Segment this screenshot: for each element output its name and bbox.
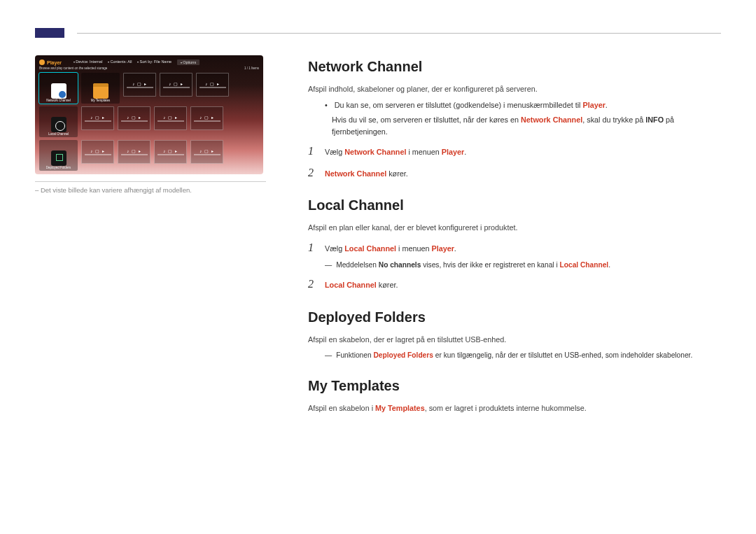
network-icon xyxy=(51,83,66,99)
step-2: 2 Local Channel kører. xyxy=(308,275,721,293)
player-item-count: 1 / 1 Items xyxy=(244,66,259,70)
tile-generic: ♪ ▢ ▸ xyxy=(190,140,223,164)
bullet-item: • Du kan se, om serveren er tilsluttet (… xyxy=(325,99,721,111)
tile-network-channel: Network Channel xyxy=(39,73,78,104)
heading: My Templates xyxy=(308,374,721,397)
tile-generic: ♪ ▢ ▸ xyxy=(196,73,229,97)
text: , skal du trykke på xyxy=(582,115,645,124)
highlight: Player xyxy=(442,148,464,156)
dash-icon: ― xyxy=(325,350,332,361)
folder-icon xyxy=(93,83,108,99)
deploy-icon xyxy=(51,150,66,166)
top-rule xyxy=(77,33,721,34)
step-1: 1 Vælg Local Channel i menuen Player. xyxy=(308,239,721,257)
highlight: Player xyxy=(431,244,454,253)
highlight: Local Channel xyxy=(560,261,609,269)
tile-label: Deployed Folders xyxy=(46,166,71,169)
tile-local-channel: Local Channel xyxy=(39,106,78,137)
step-number: 1 xyxy=(308,142,325,160)
accent-block xyxy=(35,28,64,38)
tile-generic: ♪ ▢ ▸ xyxy=(154,106,187,130)
heading: Network Channel xyxy=(308,55,721,78)
key-label: INFO xyxy=(645,115,664,124)
text: , som er lagret i produktets interne huk… xyxy=(425,404,587,412)
section-deployed-folders: Deployed Folders Afspil en skabelon, der… xyxy=(308,306,721,362)
text: Funktionen xyxy=(336,351,373,359)
tile-generic: ♪ ▢ ▸ xyxy=(154,140,187,164)
section-local-channel: Local Channel Afspil en plan eller kanal… xyxy=(308,194,721,293)
menu-device: Device: Internal xyxy=(74,59,102,65)
main-content: Network Channel Afspil indhold, skabelon… xyxy=(308,55,721,419)
text: kører. xyxy=(386,169,408,178)
text: Hvis du vil se, om serveren er tilslutte… xyxy=(332,115,521,124)
text: Du kan se, om serveren er tilsluttet (go… xyxy=(335,101,583,109)
image-caption: Det viste billede kan variere afhængigt … xyxy=(35,182,266,194)
tile-generic: ♪ ▢ ▸ xyxy=(81,106,114,130)
highlight: Player xyxy=(582,101,605,109)
text: . xyxy=(608,261,610,269)
step-number: 2 xyxy=(308,164,325,182)
step-number: 2 xyxy=(308,275,325,293)
tile-deployed-folders: Deployed Folders xyxy=(39,140,78,171)
text: . xyxy=(464,148,466,156)
section-network-channel: Network Channel Afspil indhold, skabelon… xyxy=(308,55,721,181)
step-2: 2 Network Channel kører. xyxy=(308,164,721,182)
tile-generic: ♪ ▢ ▸ xyxy=(190,106,223,130)
highlight: My Templates xyxy=(375,404,425,412)
heading: Deployed Folders xyxy=(308,306,721,328)
tile-label: Local Channel xyxy=(48,132,69,136)
section-my-templates: My Templates Afspil en skabelon i My Tem… xyxy=(308,374,721,414)
text: Meddelelsen xyxy=(336,261,379,269)
text: kører. xyxy=(377,281,398,289)
player-subtitle: Browse and play content on the selected … xyxy=(39,66,107,70)
note: ― Meddelelsen No channels vises, hvis de… xyxy=(325,260,721,271)
text: . xyxy=(606,101,608,109)
text: er kun tilgængelig, når der er tilslutte… xyxy=(433,351,692,359)
section-desc: Afspil en skabelon, der er lagret på en … xyxy=(308,334,721,346)
highlight: Network Channel xyxy=(344,148,406,156)
highlight: Deployed Folders xyxy=(373,351,433,359)
step-number: 1 xyxy=(308,239,325,257)
text: Vælg xyxy=(325,148,344,156)
bullet-dot-icon: • xyxy=(325,99,328,111)
highlight: Network Channel xyxy=(325,169,386,178)
heading: Local Channel xyxy=(308,194,721,216)
text: Vælg xyxy=(325,244,344,253)
player-menu: Device: Internal Contents: All Sort by: … xyxy=(74,59,200,65)
section-desc: Afspil indhold, skabeloner og planer, de… xyxy=(308,83,721,95)
highlight: Network Channel xyxy=(521,115,582,124)
text: i menuen xyxy=(406,148,441,156)
section-desc: Afspil en skabelon i My Templates, som e… xyxy=(308,402,721,414)
page-layout: Player Device: Internal Contents: All So… xyxy=(35,55,721,419)
menu-contents: Contents: All xyxy=(108,59,132,65)
tile-label: My Templates xyxy=(91,99,111,102)
bullet-continuation: Hvis du vil se, om serveren er tilslutte… xyxy=(332,114,721,139)
text: . xyxy=(454,244,456,253)
top-bar xyxy=(35,28,721,38)
text: vises, hvis der ikke er registreret en k… xyxy=(421,261,559,269)
tile-generic: ♪ ▢ ▸ xyxy=(123,73,156,97)
player-screenshot: Player Device: Internal Contents: All So… xyxy=(35,55,263,174)
tile-generic: ♪ ▢ ▸ xyxy=(160,73,192,97)
tile-generic: ♪ ▢ ▸ xyxy=(118,140,150,164)
text: i menuen xyxy=(396,244,431,253)
highlight: Local Channel xyxy=(325,281,377,289)
clock-icon xyxy=(51,117,66,132)
player-title: Player xyxy=(47,60,62,65)
menu-options: Options xyxy=(177,59,200,65)
dash-icon: ― xyxy=(325,260,332,271)
player-logo-icon xyxy=(39,59,45,65)
tile-my-templates: My Templates xyxy=(81,73,120,104)
note: ― Funktionen Deployed Folders er kun til… xyxy=(325,350,721,361)
tile-generic: ♪ ▢ ▸ xyxy=(81,140,114,164)
key-label: No channels xyxy=(379,261,421,269)
menu-sort: Sort by: File Name xyxy=(137,59,172,65)
section-desc: Afspil en plan eller kanal, der er bleve… xyxy=(308,222,721,234)
step-1: 1 Vælg Network Channel i menuen Player. xyxy=(308,142,721,160)
text: Afspil en skabelon i xyxy=(308,404,375,412)
sidebar: Player Device: Internal Contents: All So… xyxy=(35,55,266,419)
tile-generic: ♪ ▢ ▸ xyxy=(118,106,150,130)
highlight: Local Channel xyxy=(344,244,396,253)
tile-label: Network Channel xyxy=(46,99,71,102)
